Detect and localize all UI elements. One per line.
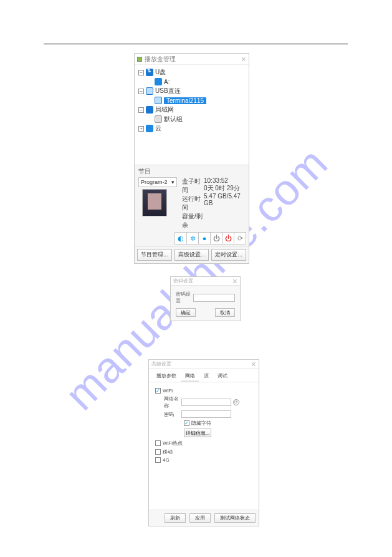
tree-label: A: [164,79,170,85]
mobile-checkbox[interactable]: 移动 [155,448,252,455]
app-icon [137,57,142,62]
toolbar-icons: ◐ ✲ ● ⏻ ⏻ ⟳ [135,231,249,246]
checkbox-icon [155,440,161,446]
tab-network[interactable]: 网络 [181,371,199,382]
program-select[interactable]: Program-2 ▾ [138,177,177,187]
tab-play-params[interactable]: 播放参数 [153,371,180,382]
checkbox-icon: ✓ [155,388,161,394]
bottom-buttons: 节目管理... 高级设置... 定时设置... [135,246,249,263]
value-run-time: 0天 0时 29分 [204,184,245,193]
refresh-button[interactable]: 刷新 [165,513,186,523]
footer-buttons: 刷新 应用 测试网络状态 [149,510,259,526]
advanced-settings-button[interactable]: 高级设置... [174,249,209,261]
tree-node-terminal[interactable]: Terminal2115 [138,96,246,105]
power-off-icon[interactable]: ⏻ [222,232,234,245]
tree-node-lan[interactable]: − 局域网 [138,105,246,114]
hide-chars-label: 隐藏字符 [191,420,211,427]
advanced-settings-window: 高级设置 × 播放参数 网络 源 调试 ✓ WiFi 网络名称 ⟳ 密码 ✓ 隐… [148,359,259,526]
collapse-icon[interactable]: − [138,70,144,75]
tree-node-usb[interactable]: − U盘 [138,68,246,77]
password-input[interactable] [193,294,235,302]
tree-label-selected: Terminal2115 [164,97,206,104]
titlebar: 高级设置 × [149,360,259,369]
program-thumbnail [142,189,167,216]
monitor-icon [155,97,162,104]
group-icon [155,115,162,123]
password-row: 密码 [164,410,252,418]
play-icon[interactable]: ● [198,232,211,245]
expand-icon[interactable]: + [138,126,144,132]
hide-chars-checkbox[interactable]: ✓ 隐藏字符 [184,420,252,427]
test-network-button[interactable]: 测试网络状态 [214,513,256,523]
loading-icon[interactable]: ⟳ [234,232,246,245]
tree-label: 默认组 [164,115,183,124]
close-icon[interactable]: × [232,278,237,285]
fourg-label: 4G [163,457,170,463]
password-dialog: 密码设置 × 密码设置 确定 取消 [170,276,241,321]
value-box-time: 10:33:52 [204,177,245,184]
tree-node-usb-direct[interactable]: − USB直连 [138,87,246,95]
tree-label: 局域网 [155,105,174,114]
checkbox-icon [155,457,161,463]
collapse-icon[interactable]: − [138,107,144,113]
collapse-icon[interactable]: − [138,89,144,94]
checkbox-icon [155,449,161,455]
network-icon [146,106,153,114]
page-top-rule [44,44,348,44]
usb-icon [146,69,153,76]
chevron-down-icon: ▾ [171,179,174,185]
password-label: 密码 [164,411,181,418]
tree-label: USB直连 [155,87,181,95]
network-name-row: 网络名称 ⟳ [164,395,252,409]
checkbox-icon: ✓ [184,420,189,426]
tree-label: U盘 [155,68,166,77]
monitor-icon [146,87,153,95]
brightness-icon[interactable]: ✲ [186,232,199,245]
fourg-checkbox[interactable]: 4G [155,457,252,463]
label-capacity: 容量/剩余 [182,212,204,230]
cloud-icon [146,125,153,132]
drive-icon [155,78,162,85]
apply-button[interactable]: 应用 [189,513,211,523]
playbox-manager-window: 播放盒管理 × − U盘 A: − USB直连 Terminal2115 − 局… [134,53,249,264]
device-tree: − U盘 A: − USB直连 Terminal2115 − 局域网 默认组 [135,65,249,165]
label-box-time: 盒子时间 [182,177,204,195]
wifi-hotspot-label: WiFi热点 [163,440,183,447]
value-capacity: 5.47 GB/5.47 GB [204,193,245,206]
network-name-input[interactable] [181,399,231,406]
tab-source[interactable]: 源 [200,371,213,382]
label-run-time: 运行时间 [182,195,204,212]
window-title: 播放盒管理 [145,55,176,64]
info-row: Program-2 ▾ 盒子时间 运行时间 容量/剩余 10:33:52 0天 … [135,176,249,231]
ok-button[interactable]: 确定 [176,308,196,317]
program-select-value: Program-2 [141,179,168,185]
close-icon[interactable]: × [251,361,256,368]
password-field-row: 密码设置 [176,291,235,304]
titlebar: 播放盒管理 × [135,54,249,65]
clock-icon[interactable]: ◐ [174,232,187,245]
network-name-label: 网络名称 [164,395,181,409]
tree-node-default-group[interactable]: 默认组 [138,115,246,124]
password-label: 密码设置 [176,291,193,304]
mobile-label: 移动 [163,448,173,455]
wifi-hotspot-checkbox[interactable]: WiFi热点 [155,440,252,447]
titlebar: 密码设置 × [171,277,240,286]
tab-bar: 播放参数 网络 源 调试 [149,369,259,382]
tree-label: 云 [155,124,161,133]
password-input[interactable] [181,410,231,418]
wifi-label: WiFi [163,388,173,394]
window-title: 高级设置 [151,361,171,367]
cancel-button[interactable]: 取消 [215,308,235,317]
tree-node-drive-a[interactable]: A: [138,77,246,86]
refresh-icon[interactable]: ⟳ [233,399,239,405]
program-section-label: 节目 [135,165,249,176]
timer-settings-button[interactable]: 定时设置... [211,249,246,261]
close-icon[interactable]: × [241,56,246,63]
window-title: 密码设置 [173,278,193,284]
power-icon[interactable]: ⏻ [210,232,222,245]
details-button[interactable]: 详细信息... [184,429,211,437]
tree-node-cloud[interactable]: + 云 [138,124,246,133]
tab-debug[interactable]: 调试 [214,371,231,382]
wifi-checkbox[interactable]: ✓ WiFi [155,388,252,394]
program-management-button[interactable]: 节目管理... [137,249,172,261]
